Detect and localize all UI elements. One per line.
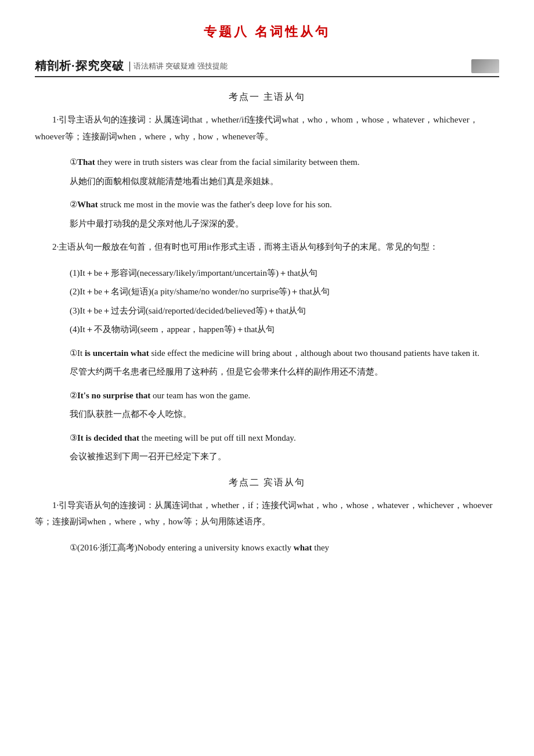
subsection1-para1: 1·引导主语从句的连接词：从属连词that，whether/if连接代词what… xyxy=(35,111,499,145)
page-title: 专题八 名词性从句 xyxy=(35,23,499,41)
sub2-ex1-bold: what xyxy=(294,543,312,552)
section-header-pipe: | xyxy=(129,60,131,72)
example1-bold: That xyxy=(77,157,95,167)
ex3-bold1: is uncertain xyxy=(85,348,128,358)
ex4-bold: It's no surprise that xyxy=(77,391,150,400)
example3-en: ①It is uncertain what side effect the me… xyxy=(35,345,499,362)
pattern3: (3)It＋be＋过去分词(said/reported/decided/beli… xyxy=(35,303,499,319)
example5-en: ③It is decided that the meeting will be … xyxy=(35,430,499,447)
example5-zh: 会议被推迟到下周一召开已经定下来了。 xyxy=(35,448,499,465)
subsection1-para2: 2·主语从句一般放在句首，但有时也可用it作形式主语，而将主语从句移到句子的末尾… xyxy=(35,239,499,255)
subsection1-title: 考点一 主语从句 xyxy=(35,91,499,103)
pattern1: (1)It＋be＋形容词(necessary/likely/important/… xyxy=(35,265,499,282)
section-header: 精剖析·探究突破 | 语法精讲 突破疑难 强技提能 xyxy=(35,58,499,77)
example2-zh: 影片中最打动我的是父亲对他儿子深深的爱。 xyxy=(35,215,499,232)
ex5-bold: It is decided that xyxy=(77,433,139,442)
example4-en: ②It's no surprise that our team has won … xyxy=(35,387,499,404)
section-header-decoration xyxy=(471,59,499,73)
subsection2-example1-en: ①(2016·浙江高考)Nobody entering a university… xyxy=(35,539,499,556)
example4-zh: 我们队获胜一点都不令人吃惊。 xyxy=(35,406,499,423)
example2-en: ②What struck me most in the movie was th… xyxy=(35,196,499,213)
example3-zh: 尽管大约两千名患者已经服用了这种药，但是它会带来什么样的副作用还不清楚。 xyxy=(35,363,499,380)
example1-en: ①That they were in truth sisters was cle… xyxy=(35,154,499,171)
subsection2-para1: 1·引导宾语从句的连接词：从属连词that，whether，if；连接代词wha… xyxy=(35,497,499,530)
example2-bold: What xyxy=(77,200,98,209)
pattern4: (4)It＋不及物动词(seem，appear，happen等)＋that从句 xyxy=(35,321,499,338)
example1-zh: 从她们的面貌相似度就能清楚地看出她们真是亲姐妹。 xyxy=(35,173,499,190)
ex3-bold2: what xyxy=(131,348,149,358)
pattern2: (2)It＋be＋名词(短语)(a pity/shame/no wonder/n… xyxy=(35,283,499,300)
section-header-main: 精剖析·探究突破 xyxy=(35,58,124,74)
subsection2-title: 考点二 宾语从句 xyxy=(35,477,499,489)
section-header-sub: 语法精讲 突破疑难 强技提能 xyxy=(134,61,228,71)
